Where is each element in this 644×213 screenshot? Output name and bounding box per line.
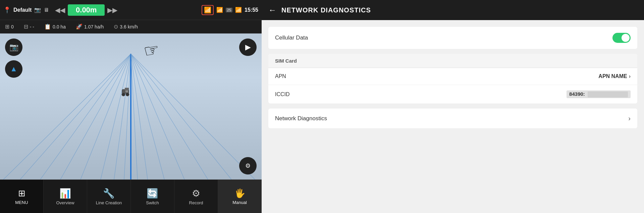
- play-icon: ▶: [245, 43, 251, 52]
- screen-icon: 🖥: [44, 7, 49, 13]
- stat-grid: ⊟ - -: [24, 23, 34, 30]
- map-guide-lines: [0, 33, 262, 180]
- svg-line-11: [131, 54, 164, 180]
- nav-item-record[interactable]: ⚙ Record: [174, 180, 218, 213]
- record-label: Record: [189, 200, 203, 205]
- grid-value: - -: [30, 24, 34, 29]
- wifi-icon: 📶: [204, 7, 211, 13]
- back-button[interactable]: ←: [268, 5, 276, 15]
- area-value: 0.0 ha: [53, 24, 66, 29]
- iccid-row: ICCID 84390:: [268, 85, 637, 103]
- svg-line-7: [124, 54, 131, 180]
- svg-line-2: [40, 54, 131, 180]
- compass-icon: ▲: [10, 65, 17, 73]
- speed-icon: ⊙: [114, 23, 118, 30]
- area-icon: 📋: [44, 23, 51, 30]
- svg-line-5: [101, 54, 131, 180]
- diagnostics-label: Network Diagnostics: [275, 115, 327, 122]
- sections-icon: ⊞: [5, 23, 9, 30]
- distance-badge: 0.00m: [68, 4, 105, 16]
- sim-card-section: SIM Card APN APN NAME › ICCID 84390:: [268, 54, 637, 103]
- iccid-masked: [588, 91, 628, 97]
- cellular-data-label: Cellular Data: [275, 34, 308, 41]
- top-icons: 📷 🖥: [34, 7, 49, 13]
- apn-row[interactable]: APN APN NAME ›: [268, 68, 637, 85]
- top-bar: 📍 Default 📷 🖥 ◀◀ 0.00m ▶▶ 📶 📶 25 📶 15:55: [0, 0, 262, 20]
- manual-label: Manual: [232, 200, 247, 205]
- grid-icon: ⊟: [24, 23, 28, 30]
- svg-line-9: [131, 54, 138, 180]
- page-title: NETWORK DIAGNOSTICS: [281, 6, 371, 14]
- cellular-data-row: Cellular Data: [268, 27, 637, 49]
- nav-item-menu[interactable]: ⊞ MENU: [0, 180, 44, 213]
- map-settings-button[interactable]: ⚙: [239, 157, 257, 174]
- cellular-toggle[interactable]: [612, 33, 631, 43]
- right-panel: ← NETWORK DIAGNOSTICS Cellular Data SIM …: [262, 0, 644, 213]
- time-display: 15:55: [245, 7, 258, 13]
- svg-line-4: [80, 54, 131, 180]
- svg-line-15: [131, 54, 255, 180]
- overview-icon: 📊: [59, 188, 71, 199]
- svg-rect-20: [125, 90, 128, 92]
- camera-button[interactable]: 📷: [5, 39, 22, 56]
- diagnostics-chevron-icon: ›: [628, 115, 631, 122]
- bottom-nav: ⊞ MENU 📊 Overview 🔧 Line Creation 🔄 Swit…: [0, 180, 262, 213]
- svg-line-6: [114, 54, 131, 180]
- settings-map-icon: ⚙: [245, 162, 251, 169]
- record-icon: ⚙: [192, 188, 200, 199]
- compass-button[interactable]: ▲: [5, 60, 22, 78]
- nav-arrows-right: ▶▶: [107, 6, 117, 14]
- camera-status-icon: 📷: [34, 7, 41, 13]
- network-diagnostics-row[interactable]: Network Diagnostics ›: [268, 109, 637, 128]
- wifi-icon-box[interactable]: 📶: [202, 5, 214, 15]
- svg-line-1: [20, 54, 131, 180]
- iccid-value: 84390:: [567, 90, 631, 98]
- toggle-knob: [622, 34, 630, 42]
- iccid-label: ICCID: [275, 91, 290, 97]
- left-arrow-icon[interactable]: ◀◀: [55, 6, 65, 14]
- location-label: Default: [13, 7, 32, 13]
- overview-label: Overview: [56, 200, 74, 205]
- right-arrow-icon[interactable]: ▶▶: [107, 6, 117, 14]
- svg-rect-19: [125, 88, 129, 90]
- tractor-marker: [119, 84, 132, 99]
- signal-bar-icon: 📶: [216, 7, 223, 13]
- svg-line-14: [131, 54, 231, 180]
- map-area: 📷 ▲ ▶ ⚙ ☞: [0, 33, 262, 180]
- speed-value: 3.6 km/h: [120, 24, 138, 29]
- nav-item-switch[interactable]: 🔄 Switch: [131, 180, 174, 213]
- nav-arrows-left: ◀◀: [55, 6, 65, 14]
- play-button[interactable]: ▶: [239, 39, 257, 56]
- signal-badge: 25: [226, 8, 232, 12]
- sections-value: 0: [11, 24, 14, 29]
- speed-area-value: 1.07 ha/h: [84, 24, 104, 29]
- switch-label: Switch: [146, 200, 159, 205]
- nav-item-line-creation[interactable]: 🔧 Line Creation: [87, 180, 131, 213]
- stat-sections: ⊞ 0: [5, 23, 14, 30]
- svg-line-3: [60, 54, 131, 180]
- nav-item-manual[interactable]: 🖐 Manual: [218, 180, 262, 213]
- manual-icon: 🖐: [234, 188, 245, 199]
- stat-area: 📋 0.0 ha: [44, 23, 66, 30]
- svg-line-12: [131, 54, 184, 180]
- stats-bar: ⊞ 0 ⊟ - - 📋 0.0 ha 🚀 1.07 ha/h ⊙ 3.6 km/…: [0, 20, 262, 33]
- apn-value: APN NAME ›: [598, 73, 631, 79]
- location-pin-icon: 📍: [3, 6, 11, 14]
- left-panel: 📍 Default 📷 🖥 ◀◀ 0.00m ▶▶ 📶 📶 25 📶 15:55…: [0, 0, 262, 213]
- right-header: ← NETWORK DIAGNOSTICS: [262, 0, 644, 20]
- apn-chevron-icon: ›: [629, 73, 631, 79]
- signal-bar2-icon: 📶: [235, 7, 242, 13]
- svg-line-0: [3, 54, 131, 180]
- right-content: Cellular Data SIM Card APN APN NAME › IC…: [262, 20, 644, 213]
- menu-icon: ⊞: [18, 188, 25, 199]
- svg-line-10: [131, 54, 148, 180]
- stat-speed-area: 🚀 1.07 ha/h: [76, 23, 104, 30]
- svg-point-18: [126, 93, 129, 96]
- stat-speed: ⊙ 3.6 km/h: [114, 23, 138, 30]
- line-creation-icon: 🔧: [103, 188, 115, 199]
- svg-point-17: [122, 93, 125, 96]
- svg-line-13: [131, 54, 208, 180]
- nav-item-overview[interactable]: 📊 Overview: [44, 180, 87, 213]
- switch-icon: 🔄: [147, 188, 158, 199]
- speed-area-icon: 🚀: [76, 23, 83, 30]
